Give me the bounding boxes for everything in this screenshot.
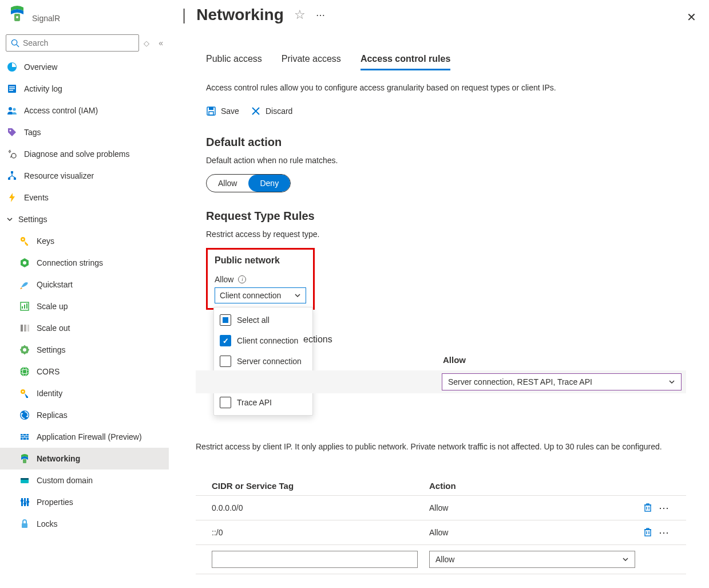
svg-point-11 [10,130,11,132]
pe-allow-dropdown[interactable]: Server connection, REST API, Trace API [442,373,682,390]
action-select[interactable]: Allow [429,551,635,568]
sidebar-item-events[interactable]: Events [0,187,169,208]
tabs: Public access Private access Access cont… [182,54,699,70]
sidebar-item-networking[interactable]: Networking [0,448,169,469]
sidebar-item-tags[interactable]: Tags [0,121,169,143]
sidebar-item-custom-domain[interactable]: Custom domain [0,469,169,491]
public-network-highlight: Public network Allow i Client connection… [206,248,315,310]
sidebar-group-settings[interactable]: Settings [0,208,169,230]
svg-rect-36 [24,498,26,506]
search-input[interactable] [19,38,134,48]
sidebar-item-properties[interactable]: Properties [0,491,169,513]
sidebar-item-scale-out[interactable]: Scale out [0,317,169,339]
svg-rect-7 [9,88,15,89]
sidebar-item-diagnose[interactable]: Diagnose and solve problems [0,143,169,165]
save-button[interactable]: Save [206,106,239,116]
cidr-input[interactable] [212,551,418,568]
toggle-allow[interactable]: Allow [207,175,248,192]
option-client-connection[interactable]: Client connection [214,330,312,351]
events-icon [7,192,17,203]
cors-icon [19,366,30,377]
table-row-new: Allow [196,545,686,574]
close-icon[interactable]: ✕ [687,10,696,24]
sidebar-item-appfw[interactable]: Application Firewall (Preview) [0,426,169,448]
cell-action: Allow [429,503,643,512]
acr-description: Access control rules allow you to config… [206,83,675,92]
collapse-sidebar-icon[interactable]: « [154,38,163,48]
save-icon [206,106,216,116]
svg-rect-14 [8,177,10,180]
sidebar-item-conn-strings[interactable]: Connection strings [0,252,169,274]
allow-dropdown[interactable]: Client connection [215,287,306,303]
identity-icon [19,388,30,398]
svg-point-10 [13,108,16,111]
more-menu-icon[interactable]: ⋯ [316,10,326,21]
th-action: Action [429,481,670,491]
svg-rect-13 [11,171,13,173]
chevron-down-icon [294,292,301,299]
cell-cidr: 0.0.0.0/0 [212,503,429,512]
sidebar-item-quickstart[interactable]: Quickstart [0,274,169,295]
cell-action: Allow [429,528,643,537]
public-network-heading: Public network [215,255,306,266]
row-more-icon[interactable]: ⋯ [659,502,670,514]
scale-out-icon [19,323,30,333]
tab-public-access[interactable]: Public access [206,54,262,70]
chevron-down-icon [622,556,629,563]
svg-rect-43 [209,107,213,110]
info-icon[interactable]: i [238,275,246,283]
expand-icon[interactable]: ◇ [144,39,149,48]
svg-rect-15 [14,177,16,180]
sidebar-item-identity[interactable]: Identity [0,382,169,404]
svg-point-29 [22,391,24,393]
sidebar-item-activity-log[interactable]: Activity log [0,78,169,100]
chevron-down-icon [668,378,675,385]
row-more-icon[interactable]: ⋯ [659,526,670,539]
favorite-star-icon[interactable]: ☆ [294,7,306,22]
checkbox[interactable] [220,397,231,408]
tab-private-access[interactable]: Private access [282,54,341,70]
sidebar-item-cors[interactable]: CORS [0,361,169,382]
sidebar-item-overview[interactable]: Overview [0,56,169,78]
delete-button[interactable] [643,502,653,514]
svg-point-1 [16,16,18,18]
sidebar-item-settings[interactable]: Settings [0,339,169,361]
option-select-all[interactable]: Select all [214,310,312,330]
ip-rules-table: CIDR or Service Tag Action 0.0.0.0/0 All… [196,476,686,574]
discard-button[interactable]: Discard [251,106,292,116]
search-box[interactable] [6,34,139,52]
tab-access-control-rules[interactable]: Access control rules [361,54,450,70]
svg-rect-41 [22,523,27,528]
table-row: 0.0.0.0/0 Allow ⋯ [196,496,686,520]
lock-icon [19,519,30,529]
default-action-toggle[interactable]: Allow Deny [206,174,291,192]
sidebar-item-iam[interactable]: Access control (IAM) [0,100,169,121]
svg-rect-39 [23,503,26,504]
pe-row: Server connection, REST API, Trace API [196,370,686,393]
tags-icon [7,127,17,137]
request-type-rules-desc: Restrict access by request type. [206,230,675,239]
sidebar-item-locks[interactable]: Locks [0,513,169,535]
page-title: Networking [196,6,283,24]
title-separator: | [182,6,186,24]
sidebar-item-replicas[interactable]: Replicas [0,404,169,426]
scale-up-icon [19,301,30,311]
sidebar-item-resource-viz[interactable]: Resource visualizer [0,165,169,187]
checkbox-checked[interactable] [220,335,231,346]
sidebar-item-keys[interactable]: Keys [0,230,169,252]
content: Access control rules allow you to config… [182,70,699,310]
toggle-deny[interactable]: Deny [248,175,290,192]
checkbox-indeterminate[interactable] [220,314,231,326]
svg-rect-21 [24,325,26,332]
nav-scroll[interactable]: Overview Activity log Access control (IA… [0,56,169,583]
cell-cidr: ::/0 [212,528,429,537]
request-type-rules-heading: Request Type Rules [206,210,675,223]
option-trace-api[interactable]: Trace API [214,392,312,413]
sidebar-item-scale-up[interactable]: Scale up [0,295,169,317]
delete-button[interactable] [643,527,653,539]
main: | Networking ☆ ⋯ ✕ Public access Private… [172,0,709,310]
th-cidr: CIDR or Service Tag [212,481,429,491]
svg-point-2 [11,40,17,45]
title-row: | Networking ☆ ⋯ [182,6,699,24]
signalr-icon [9,6,25,23]
